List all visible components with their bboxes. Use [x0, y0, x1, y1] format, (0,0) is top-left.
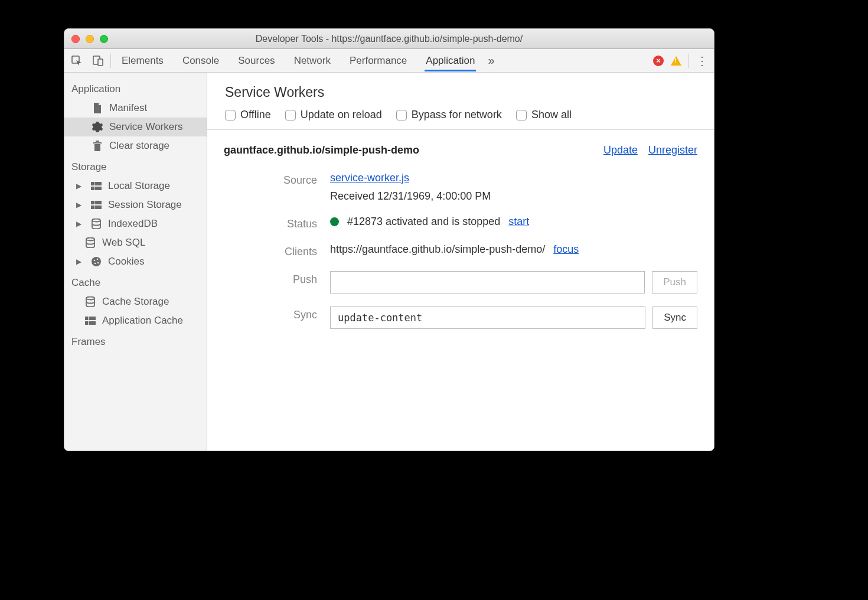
- tab-application[interactable]: Application: [425, 50, 476, 71]
- svg-point-13: [92, 257, 101, 266]
- more-tabs-icon[interactable]: »: [488, 54, 494, 67]
- tab-elements[interactable]: Elements: [120, 50, 165, 71]
- label-push: Push: [224, 271, 330, 286]
- chevron-right-icon[interactable]: ▶: [76, 257, 83, 266]
- label-source: Source: [224, 172, 330, 187]
- checkbox-icon[interactable]: [285, 110, 296, 120]
- sidebar-item-clear-storage[interactable]: Clear storage: [64, 136, 207, 155]
- sidebar-heading-cache: Cache: [64, 271, 207, 292]
- source-received: Received 12/31/1969, 4:00:00 PM: [330, 190, 697, 203]
- svg-rect-20: [89, 317, 96, 320]
- push-button[interactable]: Push: [652, 271, 697, 294]
- sidebar-heading-storage: Storage: [64, 155, 207, 177]
- svg-point-17: [94, 263, 96, 265]
- svg-rect-2: [98, 59, 103, 66]
- status-dot-icon: [330, 217, 339, 226]
- kebab-menu-icon[interactable]: ⋮: [696, 59, 708, 63]
- tab-sources[interactable]: Sources: [237, 50, 276, 71]
- client-focus-link[interactable]: focus: [553, 243, 579, 256]
- sync-input[interactable]: [330, 306, 645, 329]
- update-link[interactable]: Update: [603, 144, 638, 156]
- svg-rect-3: [91, 182, 94, 185]
- database-icon: [84, 237, 96, 249]
- svg-rect-9: [91, 206, 94, 209]
- svg-point-16: [97, 262, 99, 264]
- sidebar-item-label: Manifest: [109, 102, 147, 114]
- svg-point-14: [94, 260, 96, 262]
- check-label: Bypass for network: [412, 109, 502, 121]
- svg-rect-19: [85, 317, 88, 320]
- sidebar-item-indexeddb[interactable]: ▶ IndexedDB: [64, 214, 207, 233]
- svg-rect-8: [94, 201, 102, 204]
- divider: [688, 54, 689, 68]
- sidebar-item-cache-storage[interactable]: Cache Storage: [64, 292, 207, 311]
- svg-point-18: [86, 297, 94, 300]
- sidebar-item-application-cache[interactable]: Application Cache: [64, 311, 207, 330]
- devtools-window: Developer Tools - https://gauntface.gith…: [64, 28, 714, 451]
- sidebar-heading-application: Application: [64, 77, 207, 99]
- database-icon: [84, 296, 96, 308]
- push-input[interactable]: [330, 271, 645, 294]
- svg-rect-5: [91, 187, 94, 190]
- check-update-on-reload[interactable]: Update on reload: [285, 109, 382, 121]
- grid-icon: [90, 199, 102, 211]
- check-label: Show all: [531, 109, 572, 121]
- svg-rect-10: [94, 206, 102, 209]
- status-start-link[interactable]: start: [508, 216, 529, 228]
- checkbox-icon[interactable]: [225, 110, 236, 120]
- svg-rect-21: [85, 321, 88, 325]
- main-panel: Service Workers Offline Update on reload…: [207, 73, 714, 451]
- grid-icon: [90, 180, 102, 192]
- chevron-right-icon[interactable]: ▶: [76, 220, 83, 228]
- divider: [110, 54, 111, 68]
- window-title: Developer Tools - https://gauntface.gith…: [64, 34, 714, 44]
- check-label: Offline: [240, 109, 271, 121]
- unregister-link[interactable]: Unregister: [648, 144, 697, 156]
- grid-icon: [84, 315, 96, 327]
- panel-tabs: Elements Console Sources Network Perform…: [120, 50, 476, 71]
- checkbox-icon[interactable]: [396, 110, 407, 120]
- error-badge-icon[interactable]: ×: [653, 56, 664, 66]
- source-file-link[interactable]: service-worker.js: [330, 172, 697, 184]
- sidebar-item-manifest[interactable]: Manifest: [64, 99, 207, 118]
- svg-point-11: [92, 219, 100, 222]
- sidebar-item-label: Web SQL: [102, 237, 145, 249]
- sidebar-item-label: Local Storage: [108, 180, 170, 192]
- tab-console[interactable]: Console: [181, 50, 220, 71]
- chevron-right-icon[interactable]: ▶: [76, 201, 83, 209]
- sidebar-item-label: Service Workers: [109, 121, 182, 133]
- device-toggle-icon[interactable]: [89, 53, 107, 69]
- check-show-all[interactable]: Show all: [516, 109, 572, 121]
- sidebar-item-web-sql[interactable]: Web SQL: [64, 233, 207, 252]
- sidebar-item-label: IndexedDB: [108, 218, 158, 230]
- sidebar-item-label: Application Cache: [102, 315, 183, 327]
- client-url: https://gauntface.github.io/simple-push-…: [330, 243, 545, 256]
- sidebar-item-service-workers[interactable]: Service Workers: [64, 118, 207, 136]
- sw-scope: gauntface.github.io/simple-push-demo: [224, 144, 419, 156]
- tab-performance[interactable]: Performance: [348, 50, 408, 71]
- tab-network[interactable]: Network: [293, 50, 332, 71]
- sidebar-item-cookies[interactable]: ▶ Cookies: [64, 252, 207, 271]
- sidebar-item-label: Session Storage: [108, 199, 182, 211]
- sidebar-item-label: Cookies: [108, 256, 144, 268]
- warning-badge-icon[interactable]: [671, 56, 681, 66]
- sidebar-item-local-storage[interactable]: ▶ Local Storage: [64, 177, 207, 195]
- svg-rect-6: [94, 187, 102, 190]
- sidebar: Application Manifest Service Workers Cle…: [64, 73, 207, 451]
- sw-card: gauntface.github.io/simple-push-demo Upd…: [207, 130, 714, 342]
- inspect-icon[interactable]: [68, 53, 86, 69]
- check-offline[interactable]: Offline: [225, 109, 271, 121]
- sync-button[interactable]: Sync: [652, 306, 697, 329]
- chevron-right-icon[interactable]: ▶: [76, 182, 83, 190]
- label-status: Status: [224, 216, 330, 230]
- trash-icon: [92, 140, 103, 152]
- gear-icon: [92, 121, 103, 133]
- sidebar-item-label: Clear storage: [109, 140, 169, 152]
- checkbox-icon[interactable]: [516, 110, 527, 120]
- titlebar: Developer Tools - https://gauntface.gith…: [64, 29, 714, 49]
- svg-rect-7: [91, 201, 94, 204]
- sidebar-item-session-storage[interactable]: ▶ Session Storage: [64, 195, 207, 214]
- status-text: #12873 activated and is stopped: [347, 216, 500, 228]
- svg-rect-22: [89, 321, 96, 325]
- check-bypass[interactable]: Bypass for network: [396, 109, 502, 121]
